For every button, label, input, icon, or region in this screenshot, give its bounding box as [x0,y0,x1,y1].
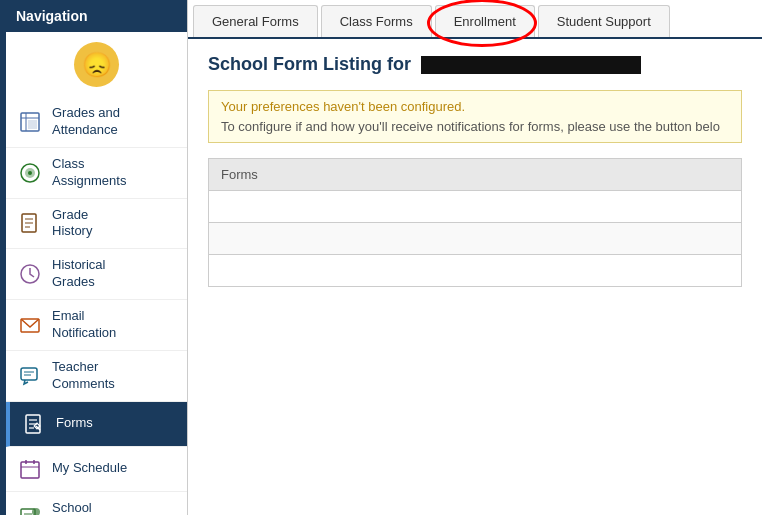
sidebar-item-my-schedule[interactable]: My Schedule [6,447,187,492]
forms-icon [20,410,48,438]
grade-history-icon [16,209,44,237]
table-row [209,191,742,223]
tab-student-support[interactable]: Student Support [538,5,670,37]
avatar: 😞 [74,42,119,87]
forms-column-header: Forms [209,159,742,191]
tab-class-forms[interactable]: Class Forms [321,5,432,37]
notice-secondary: To configure if and how you'll receive n… [221,119,729,134]
grades-icon [16,108,44,136]
teacher-icon [16,362,44,390]
notice-box: Your preferences haven't been configured… [208,90,742,143]
sidebar-item-label: Historical Grades [52,257,105,291]
main-content: General Forms Class Forms Enrollment Stu… [188,0,762,515]
svg-point-6 [28,171,32,175]
sidebar-item-class-assignments[interactable]: Class Assignments [6,148,187,199]
sidebar-item-grade-history[interactable]: Grade History [6,199,187,250]
historical-icon [16,260,44,288]
sidebar: Navigation 😞 Grades and Attendance Class [6,0,188,515]
svg-rect-21 [21,462,39,478]
class-icon [16,159,44,187]
schedule-icon [16,455,44,483]
enrollment-wrapper: Enrollment [435,5,538,37]
tab-general-forms[interactable]: General Forms [193,5,318,37]
tab-enrollment[interactable]: Enrollment [435,5,535,37]
sidebar-item-label: Grades and Attendance [52,105,120,139]
sidebar-avatar: 😞 [6,32,187,97]
sidebar-item-label: Grade History [52,207,92,241]
redacted-name [421,56,641,74]
sidebar-item-grades-attendance[interactable]: Grades and Attendance [6,97,187,148]
sidebar-item-email-notification[interactable]: Email Notification [6,300,187,351]
tabs-bar: General Forms Class Forms Enrollment Stu… [188,0,762,39]
sidebar-item-teacher-comments[interactable]: Teacher Comments [6,351,187,402]
svg-rect-3 [28,120,37,129]
bulletin-icon [16,503,44,515]
sidebar-item-forms[interactable]: Forms [6,402,187,447]
table-row [209,255,742,287]
sidebar-item-label: Forms [56,415,93,432]
email-icon [16,311,44,339]
table-row [209,223,742,255]
page-title: School Form Listing for [208,54,742,75]
sidebar-item-label: Class Assignments [52,156,126,190]
sidebar-item-label: School Bulletin [52,500,95,515]
sidebar-item-label: Teacher Comments [52,359,115,393]
sidebar-item-school-bulletin[interactable]: School Bulletin [6,492,187,515]
notice-primary: Your preferences haven't been configured… [221,99,729,114]
sidebar-header: Navigation [6,0,187,32]
content-area: School Form Listing for Your preferences… [188,39,762,515]
sidebar-item-historical-grades[interactable]: Historical Grades [6,249,187,300]
sidebar-item-label: My Schedule [52,460,127,477]
forms-table: Forms [208,158,742,287]
svg-rect-13 [21,368,37,380]
sidebar-item-label: Email Notification [52,308,116,342]
